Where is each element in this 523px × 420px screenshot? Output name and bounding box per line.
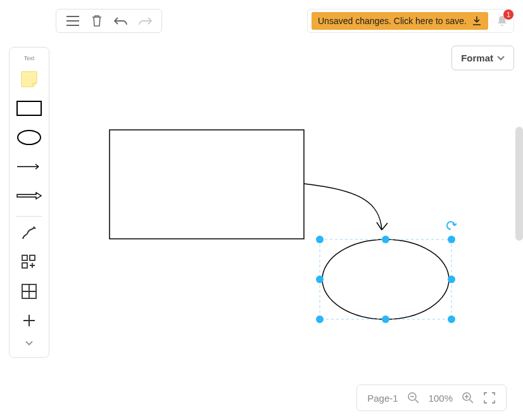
shape-tool-add-shapes[interactable] — [14, 250, 44, 275]
notifications-button[interactable]: 1 — [495, 13, 510, 29]
zoom-label[interactable]: 100% — [429, 393, 453, 404]
resize-handle-n[interactable] — [382, 236, 389, 243]
sidebar-section-label: Text — [24, 55, 35, 61]
resize-handle-s[interactable] — [382, 315, 389, 323]
svg-rect-4 — [30, 255, 35, 260]
sidebar-divider — [16, 216, 42, 217]
resize-handle-sw[interactable] — [316, 315, 324, 323]
redo-icon[interactable] — [137, 13, 153, 29]
svg-rect-3 — [22, 263, 27, 268]
shape-tool-plus[interactable] — [14, 308, 44, 333]
status-bar: Page-1 100% — [356, 385, 507, 411]
rotate-handle-icon[interactable] — [447, 222, 457, 229]
shapes-sidebar: Text — [9, 47, 49, 358]
resize-handle-nw[interactable] — [316, 236, 324, 243]
selection-bbox — [320, 239, 451, 319]
resize-handle-e[interactable] — [448, 276, 455, 283]
shape-connector[interactable] — [304, 184, 382, 230]
top-toolbar — [56, 9, 162, 33]
undo-icon[interactable] — [113, 13, 129, 29]
shape-tool-ellipse[interactable] — [14, 125, 44, 150]
format-button-label: Format — [461, 53, 493, 63]
download-icon — [472, 16, 482, 26]
arrowhead-icon — [377, 222, 388, 230]
shape-tool-freehand[interactable] — [14, 220, 44, 246]
notification-badge: 1 — [503, 10, 514, 20]
svg-point-1 — [18, 130, 41, 144]
resize-handle-w[interactable] — [316, 276, 324, 283]
shape-rectangle[interactable] — [110, 130, 304, 239]
shape-tool-rectangle[interactable] — [14, 96, 44, 121]
save-banner-text: Unsaved changes. Click here to save. — [318, 16, 467, 26]
resize-handle-ne[interactable] — [448, 236, 455, 243]
shape-tool-thin-arrow[interactable] — [14, 154, 44, 179]
trash-icon[interactable] — [89, 13, 104, 29]
shape-tool-open-arrow[interactable] — [14, 183, 44, 208]
save-banner-container: Unsaved changes. Click here to save. 1 — [307, 9, 514, 33]
chevron-down-icon — [497, 55, 505, 61]
resize-handle-se[interactable] — [448, 315, 455, 323]
menu-icon[interactable] — [65, 13, 80, 29]
zoom-out-button[interactable] — [407, 391, 420, 404]
zoom-in-button[interactable] — [462, 391, 474, 404]
page-label[interactable]: Page-1 — [367, 393, 398, 404]
shape-tool-grid[interactable] — [14, 279, 44, 304]
save-banner[interactable]: Unsaved changes. Click here to save. — [312, 12, 488, 30]
svg-rect-2 — [22, 255, 27, 260]
magnifier-plus-icon — [462, 392, 474, 404]
fullscreen-icon — [484, 392, 495, 404]
shape-tool-note[interactable] — [14, 67, 44, 92]
shape-ellipse[interactable] — [322, 239, 449, 319]
svg-rect-0 — [17, 101, 41, 115]
magnifier-minus-icon — [408, 392, 419, 404]
format-button[interactable]: Format — [451, 46, 514, 70]
fullscreen-button[interactable] — [483, 391, 496, 404]
sidebar-more-icon[interactable] — [14, 337, 44, 350]
diagram-canvas[interactable] — [0, 0, 523, 420]
vertical-scrollbar[interactable] — [515, 127, 523, 241]
